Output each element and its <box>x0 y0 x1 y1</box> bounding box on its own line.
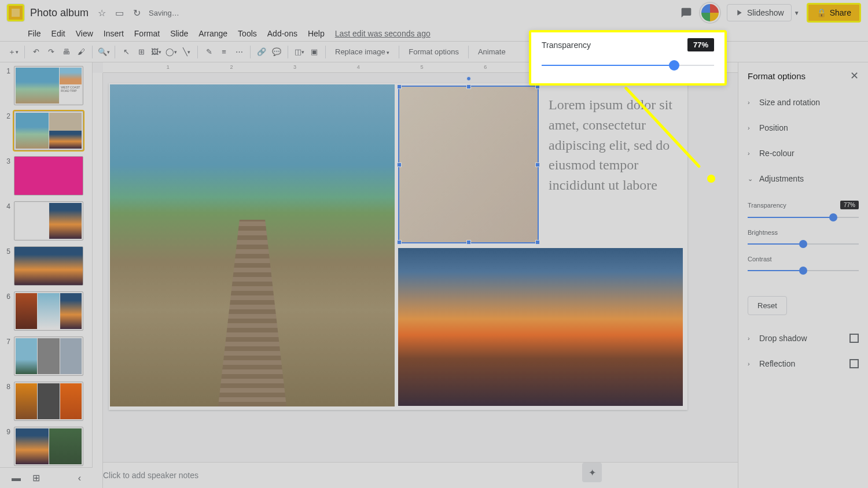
format-options-sidebar: Format options ✕ ›Size and rotation ›Pos… <box>738 62 868 488</box>
mask-icon[interactable]: ▣ <box>308 45 321 60</box>
section-adjustments[interactable]: ⌄Adjustments <box>738 166 868 191</box>
reset-button[interactable]: Reset <box>748 296 787 315</box>
slide-thumb-2[interactable] <box>14 111 83 150</box>
resize-handle-nw[interactable] <box>397 84 402 89</box>
section-recolour[interactable]: ›Re-colour <box>738 141 868 166</box>
filmstrip[interactable]: 1WEST COAST ROAD TRIP 2 3 4 5 6 7 8 9 <box>0 62 93 488</box>
sidebar-title: Format options <box>748 71 806 81</box>
contrast-label: Contrast <box>748 256 772 263</box>
animate-button[interactable]: Animate <box>473 45 510 58</box>
comment-add-icon[interactable]: 💬 <box>270 45 283 60</box>
crop-icon[interactable]: ◫ <box>293 45 306 60</box>
collapse-filmstrip-icon[interactable]: ‹ <box>78 473 81 483</box>
star-icon[interactable]: ☆ <box>97 8 107 18</box>
border-weight-icon[interactable]: ≡ <box>218 45 230 60</box>
saving-status: Saving… <box>149 9 179 17</box>
slide-thumb-5[interactable] <box>14 246 83 286</box>
textbox-icon[interactable]: ⊞ <box>135 45 148 60</box>
popup-value-badge: 77% <box>687 38 714 51</box>
drop-shadow-checkbox[interactable] <box>849 334 859 343</box>
slide-thumb-8[interactable] <box>14 382 83 421</box>
doc-title[interactable]: Photo album <box>30 7 89 19</box>
slide-image-beach[interactable] <box>110 84 395 406</box>
brightness-label: Brightness <box>748 229 778 236</box>
selected-image-hiker[interactable] <box>398 86 539 243</box>
transparency-slider[interactable] <box>748 212 859 223</box>
popup-title: Transparency <box>542 40 591 50</box>
resize-handle-w[interactable] <box>397 162 402 167</box>
menubar: File Edit View Insert Format Slide Arran… <box>0 25 868 42</box>
move-folder-icon[interactable]: ▭ <box>114 8 124 18</box>
resize-handle-n[interactable] <box>466 84 471 89</box>
last-edit-link[interactable]: Last edit was seconds ago <box>335 29 431 38</box>
lock-icon: 🔒 <box>816 8 826 17</box>
contrast-slider[interactable] <box>748 265 859 276</box>
menu-view[interactable]: View <box>76 29 93 38</box>
menu-slide[interactable]: Slide <box>170 29 188 38</box>
menu-help[interactable]: Help <box>308 29 325 38</box>
image-icon[interactable]: 🖼 <box>150 45 163 60</box>
slide-thumb-3[interactable] <box>14 156 83 195</box>
slide-thumb-6[interactable] <box>14 291 83 331</box>
comments-icon[interactable] <box>679 6 693 20</box>
slide-image-sunset[interactable] <box>398 248 683 406</box>
redo-icon[interactable]: ↷ <box>45 45 57 60</box>
slide-thumb-1[interactable]: WEST COAST ROAD TRIP <box>14 66 83 105</box>
popup-transparency-slider[interactable] <box>542 60 714 71</box>
print-icon[interactable]: 🖶 <box>60 45 72 60</box>
rotation-handle[interactable] <box>466 76 471 81</box>
reflection-checkbox[interactable] <box>849 359 859 368</box>
slideshow-button[interactable]: Slideshow <box>727 4 792 21</box>
shape-icon[interactable]: ◯ <box>165 45 178 60</box>
saving-icon: ↻ <box>131 8 142 18</box>
section-position[interactable]: ›Position <box>738 115 868 141</box>
border-dash-icon[interactable]: ⋯ <box>233 45 245 60</box>
menu-insert[interactable]: Insert <box>104 29 124 38</box>
line-icon[interactable]: ╲ <box>180 45 193 60</box>
toolbar: ＋ ↶ ↷ 🖶 🖌 🔍 ↖ ⊞ 🖼 ◯ ╲ ✎ ≡ ⋯ 🔗 💬 ◫ ▣ Repl… <box>0 42 868 62</box>
section-drop-shadow[interactable]: ›Drop shadow <box>738 326 868 351</box>
brightness-slider[interactable] <box>748 238 859 250</box>
transparency-label: Transparency <box>748 202 786 209</box>
menu-edit[interactable]: Edit <box>52 29 65 38</box>
undo-icon[interactable]: ↶ <box>30 45 42 60</box>
filmstrip-view-icon[interactable]: ▬ <box>12 473 21 483</box>
resize-handle-s[interactable] <box>466 240 471 245</box>
slide-canvas[interactable]: Lorem ipsum dolor sit amet, consectetur … <box>109 83 687 410</box>
link-icon[interactable]: 🔗 <box>255 45 268 60</box>
zoom-icon[interactable]: 🔍 <box>97 45 110 60</box>
transparency-value-badge: 77% <box>840 201 859 209</box>
speaker-notes[interactable]: Click to add speaker notes <box>93 462 738 488</box>
replace-image-button[interactable]: Replace image <box>330 45 394 58</box>
menu-arrange[interactable]: Arrange <box>198 29 227 38</box>
menu-tools[interactable]: Tools <box>238 29 257 38</box>
transparency-popup: Transparency 77% <box>529 30 727 86</box>
select-tool-icon[interactable]: ↖ <box>120 45 133 60</box>
share-button[interactable]: 🔒 Share <box>807 3 861 23</box>
format-options-button[interactable]: Format options <box>404 45 464 58</box>
menu-file[interactable]: File <box>28 29 41 38</box>
chevron-down-icon: ⌄ <box>748 175 755 183</box>
menu-format[interactable]: Format <box>134 29 160 38</box>
slideshow-dropdown[interactable]: ▼ <box>794 10 800 16</box>
border-color-icon[interactable]: ✎ <box>203 45 215 60</box>
close-icon[interactable]: ✕ <box>850 69 859 82</box>
resize-handle-se[interactable] <box>535 240 540 245</box>
new-slide-icon[interactable]: ＋ <box>7 45 20 60</box>
filmstrip-toolbar: ▬ ⊞ ‹ <box>0 467 93 488</box>
slide-thumb-9[interactable] <box>14 427 83 466</box>
resize-handle-sw[interactable] <box>397 240 402 245</box>
explore-button[interactable]: ✦ <box>582 463 602 482</box>
slide-thumb-4[interactable] <box>14 201 83 241</box>
menu-addons[interactable]: Add-ons <box>267 29 297 38</box>
paint-format-icon[interactable]: 🖌 <box>75 45 87 60</box>
section-reflection[interactable]: ›Reflection <box>738 351 868 376</box>
slide-thumb-7[interactable] <box>14 337 83 376</box>
avatar[interactable] <box>700 3 720 23</box>
resize-handle-e[interactable] <box>535 162 540 167</box>
grid-view-icon[interactable]: ⊞ <box>32 472 40 483</box>
section-size-rotation[interactable]: ›Size and rotation <box>738 90 868 115</box>
highlight-pointer-dot <box>707 175 715 183</box>
slide-body-text[interactable]: Lorem ipsum dolor sit amet, consectetur … <box>549 95 682 195</box>
app-logo[interactable] <box>7 4 24 21</box>
